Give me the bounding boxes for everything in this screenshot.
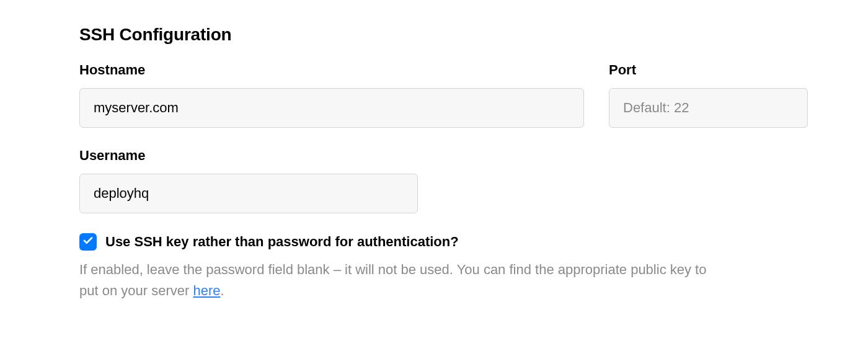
form-row-host-port: Hostname Port <box>79 62 789 128</box>
hostname-group: Hostname <box>79 62 584 128</box>
ssh-key-checkbox-label[interactable]: Use SSH key rather than password for aut… <box>105 234 459 250</box>
username-label: Username <box>79 148 418 164</box>
username-input[interactable] <box>79 174 418 213</box>
help-text-prefix: If enabled, leave the password field bla… <box>79 262 706 298</box>
form-row-username: Username <box>79 148 789 213</box>
port-label: Port <box>609 62 808 78</box>
ssh-key-help-link[interactable]: here <box>193 283 220 298</box>
ssh-key-help-text: If enabled, leave the password field bla… <box>79 259 712 301</box>
hostname-input[interactable] <box>79 88 584 128</box>
username-group: Username <box>79 148 418 213</box>
ssh-key-checkbox[interactable] <box>79 233 97 251</box>
section-title: SSH Configuration <box>79 25 789 45</box>
port-input[interactable] <box>609 88 808 128</box>
port-group: Port <box>609 62 808 128</box>
help-text-suffix: . <box>220 283 224 298</box>
hostname-label: Hostname <box>79 62 584 78</box>
check-icon <box>82 235 94 249</box>
ssh-key-checkbox-row: Use SSH key rather than password for aut… <box>79 233 789 251</box>
